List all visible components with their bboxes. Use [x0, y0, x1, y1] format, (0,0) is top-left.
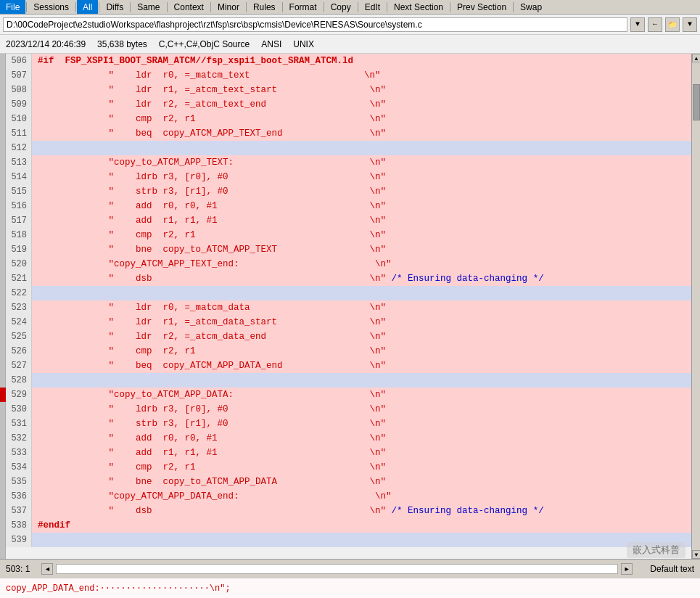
menu-sep-5 — [167, 2, 168, 12]
file-datetime: 2023/12/14 20:46:39 — [6, 39, 86, 49]
path-input[interactable] — [3, 17, 627, 32]
line-content: " dsb \n" /* Ensuring data-changing */ — [32, 504, 691, 518]
line-content: " cmp r2, r1 \n" — [32, 344, 691, 359]
line-number: 510 — [6, 112, 32, 126]
horizontal-scrollbar[interactable] — [56, 564, 618, 574]
menu-rules[interactable]: Rules — [247, 0, 281, 14]
menu-sep-1 — [26, 2, 27, 12]
table-row: 506#if FSP_XSPI1_BOOT_SRAM_ATCM//fsp_xsp… — [6, 54, 691, 68]
file-encoding[interactable]: C,C++,C#,ObjC Source — [159, 39, 250, 49]
encoding-status: Default text — [650, 564, 694, 574]
table-row: 523 " ldr r0, =_matcm_data \n" — [6, 300, 691, 315]
scroll-track[interactable] — [692, 62, 700, 550]
line-number: 519 — [6, 242, 32, 257]
table-row: 521 " dsb \n" /* Ensuring data-changing … — [6, 271, 691, 286]
line-content: " add r1, r1, #1 \n" — [32, 446, 691, 460]
menu-all[interactable]: All — [77, 0, 98, 14]
vertical-scrollbar[interactable]: ▲ ▼ — [691, 54, 700, 559]
menu-sep-11 — [387, 2, 387, 12]
line-content: " beq copy_ATCM_APP_DATA_end \n" — [32, 359, 691, 373]
menu-sep-3 — [99, 2, 99, 12]
line-content — [32, 141, 691, 155]
left-margin — [0, 54, 6, 559]
path-refresh-btn[interactable]: ▼ — [683, 17, 697, 32]
line-content — [32, 373, 691, 388]
line-content: " bne copy_to_ATCM_APP_TEXT \n" — [32, 242, 691, 257]
line-number: 522 — [6, 286, 32, 300]
line-number: 538 — [6, 518, 32, 533]
menu-file[interactable]: File — [0, 0, 25, 14]
line-number: 534 — [6, 460, 32, 475]
scroll-down-btn[interactable]: ▼ — [692, 550, 700, 559]
menu-format[interactable]: Format — [284, 0, 323, 14]
line-number: 514 — [6, 170, 32, 184]
line-number: 531 — [6, 417, 32, 431]
menu-prev-section[interactable]: Prev Section — [451, 0, 512, 14]
table-row: 527 " beq copy_ATCM_APP_DATA_end \n" — [6, 359, 691, 373]
line-number: 507 — [6, 68, 32, 83]
line-number: 511 — [6, 126, 32, 141]
line-content: " add r0, r0, #1 \n" — [32, 199, 691, 213]
menu-edit[interactable]: EdIt — [359, 0, 386, 14]
table-row: 519 " bne copy_to_ATCM_APP_TEXT \n" — [6, 242, 691, 257]
watermark: 嵌入式科普 — [627, 542, 685, 558]
line-content: "copy_ATCM_APP_DATA_end: \n" — [32, 489, 691, 504]
menu-swap[interactable]: Swap — [514, 0, 548, 14]
line-number: 518 — [6, 228, 32, 242]
line-number: 509 — [6, 97, 32, 112]
line-number: 516 — [6, 199, 32, 213]
line-number: 535 — [6, 475, 32, 489]
table-row: 525 " ldr r2, =_atcm_data_end \n" — [6, 329, 691, 344]
menu-context[interactable]: Context — [168, 0, 210, 14]
line-number: 527 — [6, 359, 32, 373]
table-row: 513 "copy_to_ATCM_APP_TEXT: \n" — [6, 155, 691, 170]
scroll-up-btn[interactable]: ▲ — [692, 54, 700, 62]
line-number: 508 — [6, 83, 32, 97]
menu-same[interactable]: Same — [131, 0, 165, 14]
file-charset[interactable]: ANSI — [261, 39, 281, 49]
line-number: 517 — [6, 213, 32, 228]
table-row: 514 " ldrb r3, [r0], #0 \n" — [6, 170, 691, 184]
scroll-thumb[interactable] — [693, 84, 700, 120]
file-info-bar: 2023/12/14 20:46:39 35,638 bytes C,C++,C… — [0, 35, 700, 54]
hscroll-right-btn[interactable]: ► — [621, 563, 633, 575]
table-row: 518 " cmp r2, r1 \n" — [6, 228, 691, 242]
table-row: 535 " bne copy_to_ATCM_APP_DATA \n" — [6, 475, 691, 489]
table-row: 532 " add r0, r0, #1 \n" — [6, 431, 691, 446]
line-content: " ldrb r3, [r0], #0 \n" — [32, 402, 691, 417]
line-content: " strb r3, [r1], #0 \n" — [32, 184, 691, 199]
line-content: " add r0, r0, #1 \n" — [32, 431, 691, 446]
path-dropdown-btn[interactable]: ▼ — [630, 17, 645, 32]
menu-next-section[interactable]: Next Section — [388, 0, 449, 14]
line-content: "copy_to_ATCM_APP_DATA: \n" — [32, 388, 691, 402]
menu-copy[interactable]: Copy — [325, 0, 357, 14]
menu-sep-6 — [210, 2, 211, 12]
path-folder-btn[interactable]: 📁 — [665, 17, 680, 32]
line-content: #endif — [32, 518, 691, 533]
menu-minor[interactable]: Minor — [212, 0, 245, 14]
line-content: " cmp r2, r1 \n" — [32, 112, 691, 126]
hscroll-left-btn[interactable]: ◄ — [41, 563, 53, 575]
line-number: 506 — [6, 54, 32, 68]
code-area: 506#if FSP_XSPI1_BOOT_SRAM_ATCM//fsp_xsp… — [6, 54, 691, 559]
menu-diffs[interactable]: Diffs — [100, 0, 129, 14]
line-content: " ldr r1, =_atcm_text_start \n" — [32, 83, 691, 97]
file-lineend: UNIX — [293, 39, 314, 49]
menu-sessions[interactable]: Sessions — [28, 0, 75, 14]
line-content: " ldr r0, =_matcm_data \n" — [32, 300, 691, 315]
path-back-btn[interactable]: ← — [648, 17, 662, 32]
table-row: 515 " strb r3, [r1], #0 \n" — [6, 184, 691, 199]
table-row: 536 "copy_ATCM_APP_DATA_end: \n" — [6, 489, 691, 504]
table-row: 529 "copy_to_ATCM_APP_DATA: \n" — [6, 388, 691, 402]
line-content: " dsb \n" /* Ensuring data-changing */ — [32, 271, 691, 286]
line-number: 524 — [6, 315, 32, 329]
table-row: 524 " ldr r1, =_atcm_data_start \n" — [6, 315, 691, 329]
table-row: 508 " ldr r1, =_atcm_text_start \n" — [6, 83, 691, 97]
line-number: 529 — [6, 388, 32, 402]
line-content — [32, 286, 691, 300]
code-lines[interactable]: 506#if FSP_XSPI1_BOOT_SRAM_ATCM//fsp_xsp… — [6, 54, 691, 559]
line-content: " cmp r2, r1 \n" — [32, 228, 691, 242]
line-content: " add r1, r1, #1 \n" — [32, 213, 691, 228]
line-number: 536 — [6, 489, 32, 504]
line-content: " ldr r0, =_matcm_text \n" — [32, 68, 691, 83]
